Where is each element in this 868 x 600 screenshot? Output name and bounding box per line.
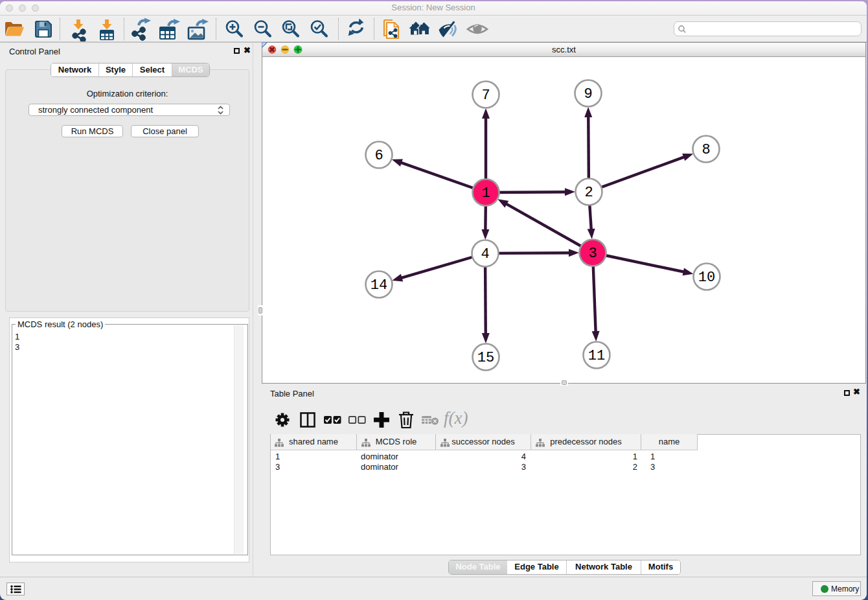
svg-text:3: 3: [588, 246, 597, 262]
svg-text:6: 6: [374, 148, 383, 164]
svg-text:11: 11: [588, 348, 605, 364]
svg-text:8: 8: [702, 142, 710, 158]
svg-text:1: 1: [481, 185, 490, 202]
svg-text:10: 10: [698, 270, 715, 286]
svg-text:4: 4: [481, 246, 489, 262]
svg-text:7: 7: [481, 87, 490, 104]
svg-text:14: 14: [371, 277, 387, 294]
svg-text:15: 15: [477, 350, 494, 366]
svg-text:2: 2: [584, 185, 593, 201]
svg-text:9: 9: [584, 86, 592, 102]
